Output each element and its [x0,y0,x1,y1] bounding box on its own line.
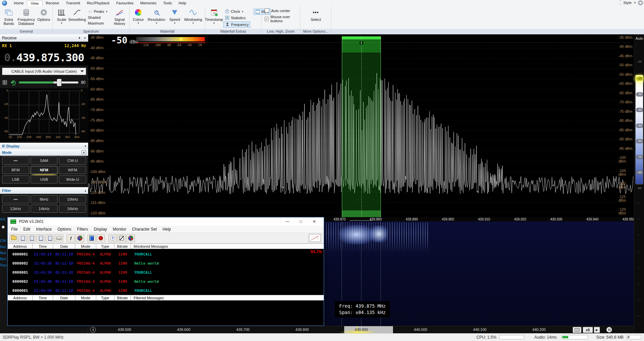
auto-button[interactable]: Auto [634,36,644,40]
pause-display-button[interactable] [90,327,96,333]
mode-button[interactable]: CW-U [59,157,86,165]
select-button[interactable]: ••• Select [309,7,323,28]
level-pill[interactable]: -60 [636,139,643,143]
radio-button-icon[interactable] [2,226,5,229]
speaker-icon[interactable] [11,80,16,85]
scale-right-arrow-button[interactable]: ▶ [594,327,600,333]
menu-item[interactable]: Filters [77,227,88,232]
column-header[interactable]: Mode [75,295,96,300]
level-pill[interactable]: -70 [636,155,643,159]
toolbar-button[interactable] [106,234,108,242]
scroll-up-icon[interactable]: ▲ [81,150,86,155]
menu-item[interactable]: Display [94,227,107,232]
volume-slider-handle[interactable] [57,79,62,86]
ribbon-tab[interactable]: View [27,0,42,6]
level-pill[interactable]: -40 [636,108,643,112]
column-header[interactable]: Bitrate [114,244,131,249]
menu-item[interactable]: Monitor [113,227,126,232]
minimize-button[interactable]: — [281,219,294,224]
mode-button[interactable]: Wide-U [59,175,86,183]
waterfall-colour-legend[interactable] [136,37,205,41]
smoothing-button[interactable]: Smoothing [70,7,84,28]
filter-section-header[interactable]: Filter ▴ [0,187,88,194]
speed-button[interactable]: Speed ▼ [167,7,182,28]
shaded-button[interactable]: Shaded [86,15,109,20]
app-menu-orb[interactable] [2,1,7,6]
tuned-channel-zone[interactable]: 1 [342,36,381,217]
filter-button[interactable]: 14kHz [31,205,58,213]
save-page-button[interactable] [46,234,54,242]
level-pill[interactable]: -30 [636,92,643,97]
column-header[interactable]: Type [96,295,114,300]
checkbox-unchecked-icon[interactable] [265,8,269,13]
mode-section-header[interactable]: Mode ▲ [0,149,88,156]
mode-button[interactable]: USB [31,175,58,183]
ribbon-tab[interactable]: Home [10,0,27,6]
message-row[interactable]: 0000001 21:43:39 01-11-18 POCSAG-4 ALPHA… [8,268,324,277]
scale-options-button[interactable] [573,327,581,333]
column-header[interactable]: Monitored Messages [131,244,324,249]
filter-button[interactable]: 16kHz [59,205,86,213]
level-pill[interactable]: -50 [636,124,643,128]
ribbon-tab[interactable]: Tools [160,0,175,6]
world-button[interactable] [76,234,84,242]
column-header[interactable]: Address [8,244,33,249]
message-row[interactable]: 0000002 21:43:16 01-11-18 POCSAG-4 ALPHA… [8,259,324,268]
close-button[interactable]: ✕ [308,219,321,224]
toolbar-button[interactable] [85,234,87,242]
menu-item[interactable]: Edit [23,227,30,232]
menu-item[interactable]: Interface [36,227,52,232]
clock-button[interactable]: Clock ▼ [223,9,250,14]
options-button[interactable]: Options [36,7,51,28]
full-span-frequency-scale[interactable]: 439.500439.600439.700439.800439.900440.0… [88,326,634,333]
frequency-database-button[interactable]: Frequency Database [17,7,36,28]
scale-button[interactable]: Scale ▼ [54,7,69,28]
filter-button[interactable]: 10kHz [59,195,86,203]
timestamp-button[interactable]: 15 Timestamp ▼ [207,7,221,28]
copy-page-2-button[interactable] [28,234,36,242]
signal-history-button[interactable]: Signal History [111,7,128,28]
level-gradient-slider[interactable]: -20-30-40-50-60-70-80 [635,75,643,184]
column-header[interactable]: Time [33,244,53,249]
ribbon-tab[interactable]: Transmit [63,0,83,6]
collapse-ribbon-icon[interactable]: ⌃⌄ [619,0,621,5]
column-header[interactable]: Filtered Messages [131,295,324,300]
colour-button[interactable]: Colour ▼ [131,7,146,28]
rx-marker-badge[interactable]: 1 [359,40,364,45]
mode-button[interactable]: ••• [2,157,29,165]
pause-waterfall-button[interactable] [606,327,612,333]
copy-page-3-button[interactable] [37,234,45,242]
windowing-button[interactable]: Windowing ▼ [183,7,204,28]
legend-marker-dot[interactable] [180,38,182,40]
globe-button[interactable] [127,234,135,242]
pdw-window[interactable]: PDW v3.2b01 — □ ✕ FileEditInterfaceOptio… [7,217,324,326]
open-folder-button[interactable] [9,234,18,242]
frequency-button[interactable]: Σ Frequency [223,22,250,28]
auto-center-checkbox-row[interactable]: Auto center [263,7,292,14]
mode-button[interactable]: NFM [31,166,58,174]
menu-item[interactable]: Help [163,227,171,232]
alert-button[interactable]: ! [67,234,75,242]
ribbon-tab[interactable]: Rec/Playback [83,0,113,6]
if-display-section-header[interactable]: IF Display ▾ [0,143,88,149]
mode-button[interactable]: SAM [31,157,58,165]
pdw-titlebar[interactable]: PDW v3.2b01 — □ ✕ [8,217,324,226]
column-header[interactable]: Time [33,295,53,300]
checkbox-checked-icon[interactable]: ✓ [265,17,269,21]
filter-button[interactable]: 8kHz [31,195,58,203]
level-pill[interactable]: -20 [636,76,643,81]
statistics-button[interactable]: 9 Statistics [223,15,250,21]
ribbon-tab[interactable]: Memories [137,0,160,6]
message-row[interactable]: 0000001 21:43:59 01-11-18 POCSAG-4 ALPHA… [8,286,324,295]
maximum-button[interactable]: Maximum [86,21,109,26]
mode-button[interactable]: WFM [59,166,86,174]
monitor-button[interactable] [87,234,96,242]
help-button[interactable]: ? [108,234,117,242]
maximize-button[interactable]: □ [294,219,308,224]
column-header[interactable]: Mode [75,244,96,249]
mouse-over-buttons-checkbox-row[interactable]: ✓ Mouse-over buttons [263,14,299,24]
zoom-factor-button[interactable]: x5 [583,327,593,333]
column-header[interactable]: Type [96,244,114,249]
filter-box-button[interactable] [117,234,126,242]
toolbar-button[interactable] [64,234,66,242]
